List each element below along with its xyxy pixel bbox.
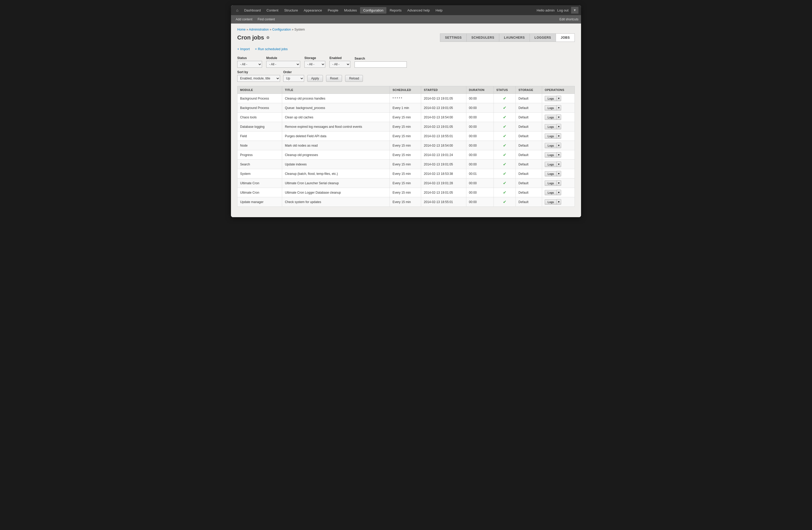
module-label: Module — [266, 56, 300, 60]
logs-button[interactable]: Logs — [545, 162, 556, 167]
nav-item-people[interactable]: People — [325, 6, 341, 14]
cell-storage: Default — [516, 141, 542, 150]
logs-dropdown-button[interactable]: ▾ — [556, 133, 561, 139]
reload-button[interactable]: Reload — [345, 75, 363, 82]
logs-button[interactable]: Logs — [545, 199, 556, 205]
table-row: Ultimate Cron Ultimate Cron Logger Datab… — [237, 188, 575, 197]
module-select[interactable]: - All - — [266, 61, 300, 68]
enabled-select[interactable]: - All - Yes No — [330, 61, 350, 68]
order-group: Order Up Down — [283, 70, 304, 82]
nav-item-dashboard[interactable]: Dashboard — [242, 6, 263, 14]
logs-dropdown-button[interactable]: ▾ — [556, 180, 561, 186]
search-input[interactable] — [354, 61, 407, 68]
add-content-link[interactable]: Add content — [234, 16, 255, 23]
logs-button[interactable]: Logs — [545, 105, 556, 111]
logs-dropdown-button[interactable]: ▾ — [556, 105, 561, 111]
status-select[interactable]: - All - Enabled Disabled — [237, 61, 262, 68]
cell-duration: 00:00 — [466, 150, 494, 160]
cell-operations[interactable]: Logs ▾ — [542, 197, 575, 207]
nav-dropdown-button[interactable]: ▼ — [571, 7, 578, 14]
top-navigation: ⌂ Dashboard Content Structure Appearance… — [231, 5, 581, 15]
nav-item-modules[interactable]: Modules — [342, 6, 360, 14]
logs-dropdown-button[interactable]: ▾ — [556, 124, 561, 129]
ops-logs-wrap: Logs ▾ — [545, 190, 572, 195]
reset-button[interactable]: Reset — [326, 75, 342, 82]
status-icon: ✔ — [503, 190, 506, 195]
cell-scheduled: Every 15 min — [390, 131, 421, 141]
breadcrumb-configuration[interactable]: Configuration — [272, 28, 291, 31]
cell-scheduled: Every 15 min — [390, 141, 421, 150]
cell-duration: 00:00 — [466, 113, 494, 122]
import-link[interactable]: + Import — [237, 47, 250, 51]
sortby-select[interactable]: Enabled, module, title Module Title Sche… — [237, 75, 280, 82]
cell-title: Cleanup old process handles — [282, 94, 390, 103]
ops-logs-wrap: Logs ▾ — [545, 105, 572, 111]
logs-button[interactable]: Logs — [545, 115, 556, 120]
cell-operations[interactable]: Logs ▾ — [542, 122, 575, 131]
logs-dropdown-button[interactable]: ▾ — [556, 199, 561, 205]
nav-item-advanced-help[interactable]: Advanced help — [405, 6, 432, 14]
search-filter: Search — [354, 57, 407, 68]
logs-button[interactable]: Logs — [545, 190, 556, 195]
status-icon: ✔ — [503, 115, 506, 119]
logs-button[interactable]: Logs — [545, 181, 556, 186]
tab-loggers[interactable]: LOGGERS — [530, 33, 556, 42]
cell-scheduled: Every 15 min — [390, 178, 421, 188]
logs-button[interactable]: Logs — [545, 133, 556, 139]
cell-operations[interactable]: Logs ▾ — [542, 141, 575, 150]
logs-dropdown-button[interactable]: ▾ — [556, 143, 561, 148]
logs-dropdown-button[interactable]: ▾ — [556, 190, 561, 195]
logs-dropdown-button[interactable]: ▾ — [556, 96, 561, 101]
cell-module: Update manager — [237, 197, 282, 207]
logs-dropdown-button[interactable]: ▾ — [556, 161, 561, 167]
nav-item-content[interactable]: Content — [264, 6, 281, 14]
nav-item-appearance[interactable]: Appearance — [301, 6, 324, 14]
storage-select[interactable]: - All - — [304, 61, 325, 68]
nav-item-configuration[interactable]: Configuration — [360, 7, 387, 14]
gear-icon[interactable]: ⚙ — [266, 35, 270, 40]
cell-operations[interactable]: Logs ▾ — [542, 188, 575, 197]
tab-launchers[interactable]: LAUNCHERS — [499, 33, 530, 42]
logs-button[interactable]: Logs — [545, 124, 556, 129]
cell-module: System — [237, 169, 282, 178]
cell-operations[interactable]: Logs ▾ — [542, 103, 575, 113]
cell-operations[interactable]: Logs ▾ — [542, 169, 575, 178]
home-icon[interactable]: ⌂ — [234, 6, 241, 14]
run-scheduled-jobs-link[interactable]: + Run scheduled jobs — [255, 47, 288, 51]
cell-operations[interactable]: Logs ▾ — [542, 178, 575, 188]
edit-shortcuts-link[interactable]: Edit shortcuts — [560, 17, 578, 21]
cell-title: Ultimate Cron Launcher Serial cleanup — [282, 178, 390, 188]
tab-schedulers[interactable]: SCHEDULERS — [467, 33, 499, 42]
jobs-table: MODULE TITLE SCHEDULED STARTED DURATION … — [237, 86, 575, 207]
nav-item-structure[interactable]: Structure — [281, 6, 301, 14]
logs-button[interactable]: Logs — [545, 152, 556, 158]
logout-link[interactable]: Log out — [557, 9, 568, 12]
cell-title: Queue: background_process — [282, 103, 390, 113]
breadcrumb-home[interactable]: Home — [237, 28, 246, 31]
breadcrumb-administration[interactable]: Administration — [249, 28, 269, 31]
storage-label: Storage — [304, 56, 325, 60]
cell-operations[interactable]: Logs ▾ — [542, 94, 575, 103]
cell-status: ✔ — [494, 197, 516, 207]
nav-item-reports[interactable]: Reports — [387, 6, 404, 14]
cell-operations[interactable]: Logs ▾ — [542, 150, 575, 160]
cell-operations[interactable]: Logs ▾ — [542, 131, 575, 141]
tab-jobs[interactable]: JOBS — [556, 33, 575, 42]
order-select[interactable]: Up Down — [283, 75, 304, 82]
cell-duration: 00:00 — [466, 188, 494, 197]
logs-button[interactable]: Logs — [545, 96, 556, 101]
logs-button[interactable]: Logs — [545, 143, 556, 148]
logs-dropdown-button[interactable]: ▾ — [556, 152, 561, 158]
cell-operations[interactable]: Logs ▾ — [542, 160, 575, 169]
col-duration: DURATION — [466, 86, 494, 94]
secondary-navigation: Add content Find content Edit shortcuts — [231, 15, 581, 24]
tab-settings[interactable]: SETTINGS — [440, 33, 467, 42]
logs-dropdown-button[interactable]: ▾ — [556, 114, 561, 120]
status-icon: ✔ — [503, 171, 506, 176]
find-content-link[interactable]: Find content — [256, 16, 277, 23]
logs-button[interactable]: Logs — [545, 171, 556, 176]
cell-operations[interactable]: Logs ▾ — [542, 113, 575, 122]
logs-dropdown-button[interactable]: ▾ — [556, 171, 561, 176]
nav-item-help[interactable]: Help — [433, 6, 445, 14]
apply-button[interactable]: Apply — [307, 75, 323, 82]
